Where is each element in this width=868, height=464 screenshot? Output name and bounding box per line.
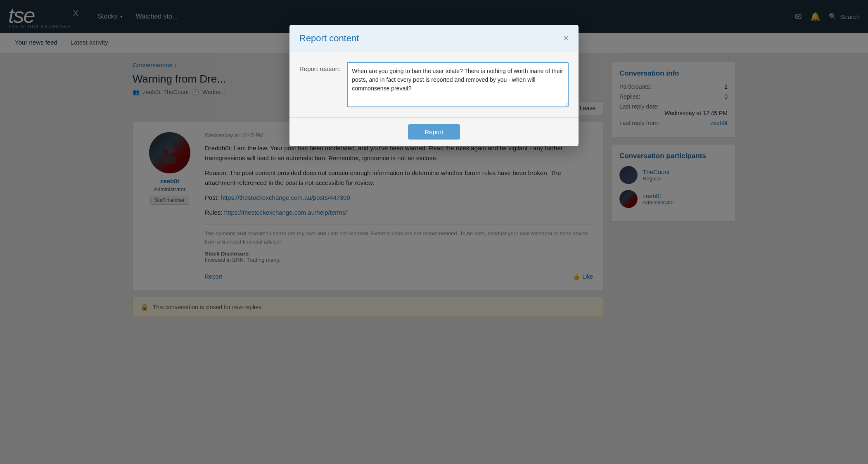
modal-label: Report reason: xyxy=(299,62,340,72)
report-reason-input[interactable] xyxy=(347,62,569,107)
report-submit-button[interactable]: Report xyxy=(408,124,460,140)
modal-title: Report content xyxy=(299,33,359,44)
modal-overlay: Report content × Report reason: Report xyxy=(0,0,868,464)
modal-header: Report content × xyxy=(289,25,579,52)
modal-body: Report reason: xyxy=(289,52,579,117)
modal-close-button[interactable]: × xyxy=(563,34,569,43)
modal-footer: Report xyxy=(289,117,579,146)
report-modal: Report content × Report reason: Report xyxy=(289,25,579,146)
